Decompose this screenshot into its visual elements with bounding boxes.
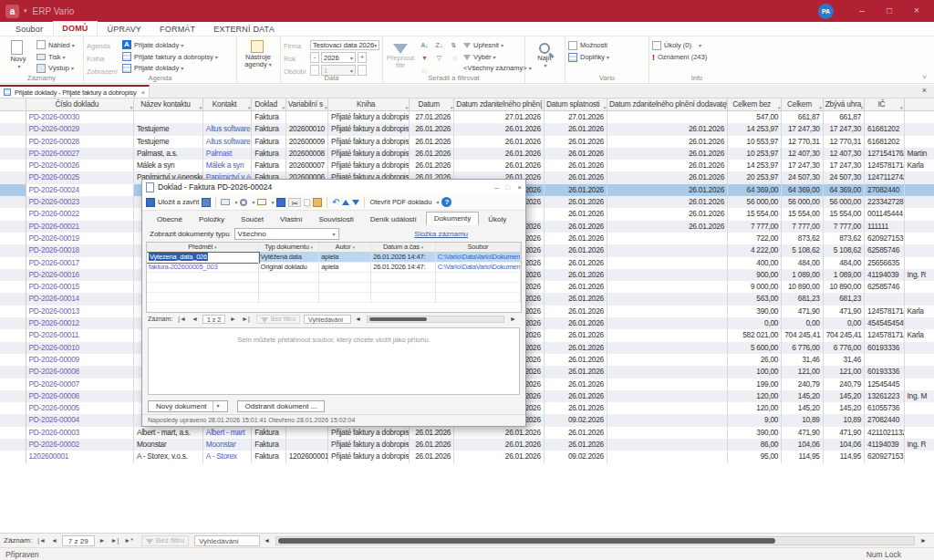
cell[interactable]: C:\Vario\DataVario\Dokumenty\Adresar\Alt… (436, 263, 521, 273)
cell[interactable]: 661,87 (824, 111, 865, 123)
header-dropdown-icon[interactable]: ▾ (451, 102, 452, 111)
record-selector[interactable] (0, 233, 26, 244)
cell[interactable] (905, 184, 934, 196)
cell[interactable]: 704 245,41 (824, 329, 865, 341)
cell[interactable]: 582 021,00 (728, 329, 782, 341)
cell[interactable]: 400,00 (728, 257, 782, 269)
cell[interactable]: 26.01.2026 (454, 427, 545, 439)
next-record-icon[interactable] (352, 200, 359, 205)
cell[interactable]: 26.01.2026 (607, 160, 728, 171)
cell[interactable]: 26.01.2026 (454, 439, 545, 451)
cell[interactable]: Přijaté faktury a dobropisy (328, 160, 410, 171)
header-dropdown-icon[interactable]: ▾ (283, 102, 285, 111)
column-header-datum-a-as[interactable]: Datum a čas▾ (371, 243, 436, 253)
cell[interactable] (607, 111, 728, 123)
cell[interactable]: faktura-202600005_003 (147, 263, 259, 273)
cell[interactable]: PD-2026-00027 (26, 148, 134, 160)
cell[interactable]: 26.01.2026 (545, 257, 607, 269)
cell[interactable]: 145,20 (782, 390, 823, 402)
cell[interactable]: 471,90 (824, 306, 865, 317)
cell[interactable]: 114,95 (782, 451, 823, 462)
cell[interactable]: 26.01.2026 (545, 390, 607, 402)
dialog-tab-dokumenty[interactable]: Dokumenty (426, 212, 479, 225)
cell[interactable]: 26.01.2026 14:47: (371, 263, 436, 273)
cell[interactable]: 26.01.2026 (607, 196, 728, 208)
cell[interactable] (865, 354, 904, 366)
scrollbar-thumb[interactable] (278, 538, 775, 544)
record-selector[interactable] (0, 123, 26, 135)
options-button[interactable]: Možnosti (568, 40, 609, 50)
cell[interactable]: 26,00 (728, 354, 782, 366)
cell[interactable]: 390,00 (728, 427, 782, 439)
cell[interactable]: Málek a syn (203, 160, 252, 171)
cell[interactable] (905, 123, 934, 135)
cell[interactable]: Originál dokladu (259, 263, 320, 273)
cell[interactable] (905, 317, 934, 329)
record-selector[interactable] (0, 354, 26, 366)
cell[interactable]: 41194039 (865, 269, 904, 281)
cell[interactable]: PD-2026-00016 (26, 269, 134, 281)
cell[interactable]: Přijaté faktury a dobropisy (328, 111, 410, 123)
cell[interactable]: PD-2026-00013 (26, 306, 134, 317)
cell[interactable]: 26.01.2026 (545, 160, 607, 171)
sort-descending-icon[interactable]: Z↓ (432, 40, 446, 52)
previous-record-icon[interactable] (342, 200, 349, 205)
cell[interactable]: PD-2026-00021 (26, 221, 134, 233)
record-selector[interactable] (0, 221, 26, 233)
cell[interactable]: 64 369,00 (824, 184, 865, 196)
cell[interactable]: 9 000,00 (728, 281, 782, 293)
cell[interactable]: 26.01.2026 (545, 136, 607, 148)
header-dropdown-icon[interactable]: ▾ (861, 102, 863, 111)
cell[interactable]: 26.01.2026 (545, 293, 607, 305)
cell[interactable]: 64 369,00 (728, 184, 782, 196)
dialog-tab-vlastn[interactable]: Vlastní (273, 213, 309, 225)
cell[interactable]: 471,90 (824, 427, 865, 439)
header-dropdown-icon[interactable]: ▾ (724, 102, 726, 111)
cell[interactable]: PD-2026-00004 (26, 414, 134, 426)
header-dropdown-icon[interactable]: ▾ (778, 102, 780, 111)
cell[interactable] (203, 111, 252, 123)
cell[interactable]: 202600010 (286, 123, 328, 135)
cell[interactable] (865, 111, 904, 123)
cell[interactable]: 61681202 (865, 136, 904, 148)
cell[interactable]: 1202600001 (286, 451, 328, 462)
cell[interactable]: 9,00 (728, 414, 782, 426)
cell[interactable]: 1271541762 (865, 148, 904, 160)
cell[interactable]: Moonstar (134, 439, 203, 451)
cell[interactable]: PD-2026-00014 (26, 293, 134, 305)
cell[interactable]: Ing. R (905, 439, 934, 451)
column-header-zb-v-uhra[interactable]: Zbývá uhra▾ (824, 99, 865, 111)
cell[interactable]: 26.01.2026 (545, 196, 607, 208)
cell[interactable]: Přijaté faktury a dobropisy (328, 136, 410, 148)
header-dropdown-icon[interactable]: ▾ (214, 244, 216, 250)
cell[interactable]: Martin (905, 148, 934, 160)
column-header-variabiln-s[interactable]: Variabilní s▾ (286, 99, 328, 111)
cell[interactable] (607, 439, 728, 451)
cell[interactable] (607, 414, 728, 426)
cell[interactable] (865, 293, 904, 305)
cell[interactable]: 64 369,00 (782, 184, 823, 196)
cell[interactable]: PD-2026-00002 (26, 439, 134, 451)
print-button[interactable]: Tisk▾ (36, 52, 75, 62)
document-type-combobox[interactable]: Všechno▾ (234, 228, 339, 240)
cell[interactable]: 26.01.2026 (545, 208, 607, 220)
cell[interactable]: 61681202 (865, 123, 904, 135)
cell[interactable]: Ing. M (905, 390, 934, 402)
ribbon-tab-form-t[interactable]: FORMÁT (151, 23, 203, 36)
tasks-button[interactable]: Úkoly (0)▾ (652, 40, 707, 50)
column-header-soubor[interactable]: Soubor (436, 243, 521, 253)
cell[interactable]: 24 507,30 (824, 171, 865, 183)
document-row[interactable]: Vytezena_data_026Vytěžená dataapiela26.0… (147, 253, 521, 263)
cell[interactable]: PD-2026-00017 (26, 257, 134, 269)
record-selector[interactable] (0, 244, 26, 256)
cell[interactable]: 09.02.2026 (545, 451, 607, 462)
cell[interactable] (607, 354, 728, 366)
column-header-autor[interactable]: Autor▾ (319, 243, 371, 253)
cell[interactable]: 26.01.2026 (607, 208, 728, 220)
record-selector[interactable] (0, 171, 26, 183)
column-header-datum-zdaniteln-ho-pln-n[interactable]: Datum zdanitelného plnění▾ (454, 99, 545, 111)
dialog-close-button[interactable]: × (517, 183, 522, 192)
cell[interactable]: 26.01.2026 (545, 123, 607, 135)
cell[interactable]: 484,00 (824, 257, 865, 269)
cell[interactable]: Faktura (252, 160, 286, 171)
